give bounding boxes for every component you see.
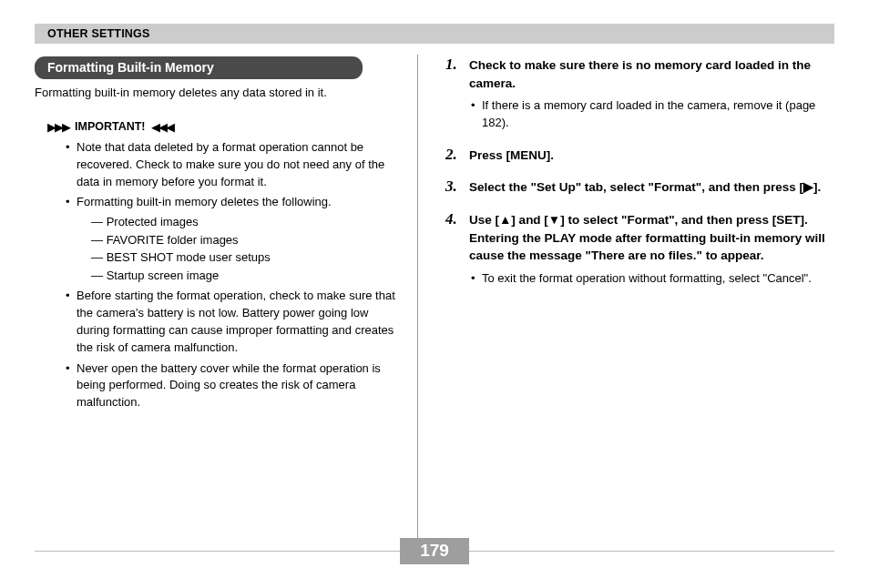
step-number: 4. (445, 211, 462, 288)
left-column: Formatting Built-in Memory Formatting bu… (35, 56, 417, 546)
deletes-list: Protected images FAVORITE folder images … (77, 213, 401, 284)
content-columns: Formatting Built-in Memory Formatting bu… (35, 44, 834, 546)
step-1: 1. Check to make sure there is no memory… (445, 56, 834, 132)
footer-line-right (469, 551, 834, 552)
deletes-item: FAVORITE folder images (91, 231, 401, 249)
footer-line-left (35, 551, 400, 552)
intro-text: Formatting built-in memory deletes any d… (35, 85, 401, 102)
step-sub-list: If there is a memory card loaded in the … (469, 97, 834, 132)
important-notes-list: Note that data deleted by a format opera… (35, 139, 401, 411)
note-item: Formatting built-in memory deletes the f… (77, 194, 401, 284)
note-item: Before starting the format operation, ch… (77, 288, 401, 356)
note-text: Formatting built-in memory deletes the f… (77, 195, 332, 208)
step-number: 3. (445, 178, 462, 197)
section-title: Formatting Built-in Memory (35, 56, 363, 79)
breadcrumb: OTHER SETTINGS (47, 27, 150, 40)
step-sub-list: To exit the format operation without for… (469, 270, 834, 288)
step-main-text: Use [▲] and [▼] to select "Format", and … (469, 211, 834, 265)
note-item: Note that data deleted by a format opera… (77, 139, 401, 191)
deletes-item: Protected images (91, 213, 401, 231)
step-main-text: Press [MENU]. (469, 147, 834, 165)
important-right-icon: ◀◀◀ (151, 120, 173, 134)
important-left-icon: ▶▶▶ (47, 120, 69, 134)
step-4: 4. Use [▲] and [▼] to select "Format", a… (445, 211, 834, 288)
step-3: 3. Select the "Set Up" tab, select "Form… (445, 178, 834, 197)
page-footer: 179 (35, 538, 834, 564)
step-sub-item: To exit the format operation without for… (482, 270, 834, 288)
step-main-text: Check to make sure there is no memory ca… (469, 56, 834, 92)
important-label: IMPORTANT! (75, 120, 146, 133)
right-column: 1. Check to make sure there is no memory… (418, 56, 834, 546)
deletes-item: Startup screen image (91, 267, 401, 285)
page-header: OTHER SETTINGS (35, 24, 834, 44)
step-main-text: Select the "Set Up" tab, select "Format"… (469, 178, 834, 197)
step-number: 2. (445, 147, 462, 165)
note-item: Never open the battery cover while the f… (77, 360, 401, 412)
step-number: 1. (445, 56, 462, 132)
step-sub-item: If there is a memory card loaded in the … (482, 97, 834, 132)
important-heading: ▶▶▶ IMPORTANT! ◀◀◀ (47, 120, 401, 134)
page-number: 179 (400, 538, 469, 564)
step-2: 2. Press [MENU]. (445, 147, 834, 165)
deletes-item: BEST SHOT mode user setups (91, 248, 401, 267)
